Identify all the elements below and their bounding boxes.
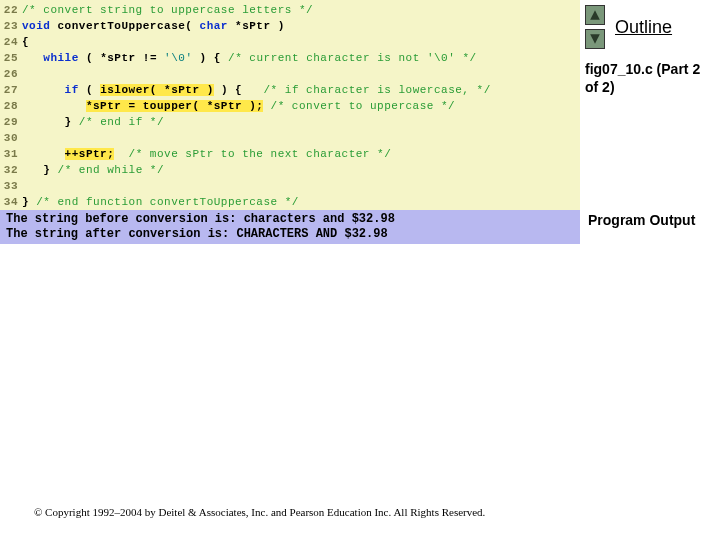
line-number: 25 bbox=[0, 50, 22, 66]
figure-reference: fig07_10.c (Part 2 of 2) bbox=[585, 61, 715, 96]
code-line: 34} /* end function convertToUppercase *… bbox=[0, 194, 580, 210]
code-content: { bbox=[22, 34, 580, 50]
code-line: 32 } /* end while */ bbox=[0, 162, 580, 178]
code-content: } /* end while */ bbox=[22, 162, 580, 178]
line-number: 34 bbox=[0, 194, 22, 210]
svg-marker-0 bbox=[590, 10, 600, 20]
svg-marker-1 bbox=[590, 34, 600, 44]
code-content bbox=[22, 130, 580, 146]
line-number: 27 bbox=[0, 82, 22, 98]
triangle-up-icon bbox=[589, 9, 601, 21]
code-content: *sPtr = toupper( *sPtr ); /* convert to … bbox=[22, 98, 580, 114]
line-number: 26 bbox=[0, 66, 22, 82]
line-number: 30 bbox=[0, 130, 22, 146]
code-line: 31 ++sPtr; /* move sPtr to the next char… bbox=[0, 146, 580, 162]
code-content: ++sPtr; /* move sPtr to the next charact… bbox=[22, 146, 580, 162]
code-content: } /* end if */ bbox=[22, 114, 580, 130]
line-number: 33 bbox=[0, 178, 22, 194]
code-line: 33 bbox=[0, 178, 580, 194]
code-line: 27 if ( islower( *sPtr ) ) { /* if chara… bbox=[0, 82, 580, 98]
code-line: 22/* convert string to uppercase letters… bbox=[0, 2, 580, 18]
code-line: 29 } /* end if */ bbox=[0, 114, 580, 130]
code-line: 25 while ( *sPtr != '\0' ) { /* current … bbox=[0, 50, 580, 66]
outline-link[interactable]: Outline bbox=[615, 17, 672, 38]
line-number: 24 bbox=[0, 34, 22, 50]
line-number: 28 bbox=[0, 98, 22, 114]
code-listing: 22/* convert string to uppercase letters… bbox=[0, 0, 580, 212]
sidebar: Outline fig07_10.c (Part 2 of 2) bbox=[585, 5, 715, 96]
code-content: if ( islower( *sPtr ) ) { /* if characte… bbox=[22, 82, 580, 98]
code-line: 23void convertToUppercase( char *sPtr ) bbox=[0, 18, 580, 34]
copyright-text: © Copyright 1992–2004 by Deitel & Associ… bbox=[34, 506, 485, 518]
line-number: 32 bbox=[0, 162, 22, 178]
line-number: 31 bbox=[0, 146, 22, 162]
triangle-down-icon bbox=[589, 33, 601, 45]
output-line: The string after conversion is: CHARACTE… bbox=[6, 227, 574, 242]
nav-down-button[interactable] bbox=[585, 29, 605, 49]
output-line: The string before conversion is: charact… bbox=[6, 212, 574, 227]
code-content: void convertToUppercase( char *sPtr ) bbox=[22, 18, 580, 34]
code-content bbox=[22, 178, 580, 194]
code-line: 24{ bbox=[0, 34, 580, 50]
code-content bbox=[22, 66, 580, 82]
code-content: /* convert string to uppercase letters *… bbox=[22, 2, 580, 18]
line-number: 22 bbox=[0, 2, 22, 18]
code-line: 28 *sPtr = toupper( *sPtr ); /* convert … bbox=[0, 98, 580, 114]
code-content: while ( *sPtr != '\0' ) { /* current cha… bbox=[22, 50, 580, 66]
code-line: 30 bbox=[0, 130, 580, 146]
code-line: 26 bbox=[0, 66, 580, 82]
program-output-label: Program Output bbox=[588, 212, 695, 228]
line-number: 29 bbox=[0, 114, 22, 130]
line-number: 23 bbox=[0, 18, 22, 34]
program-output-panel: The string before conversion is: charact… bbox=[0, 210, 580, 244]
code-content: } /* end function convertToUppercase */ bbox=[22, 194, 580, 210]
nav-up-button[interactable] bbox=[585, 5, 605, 25]
